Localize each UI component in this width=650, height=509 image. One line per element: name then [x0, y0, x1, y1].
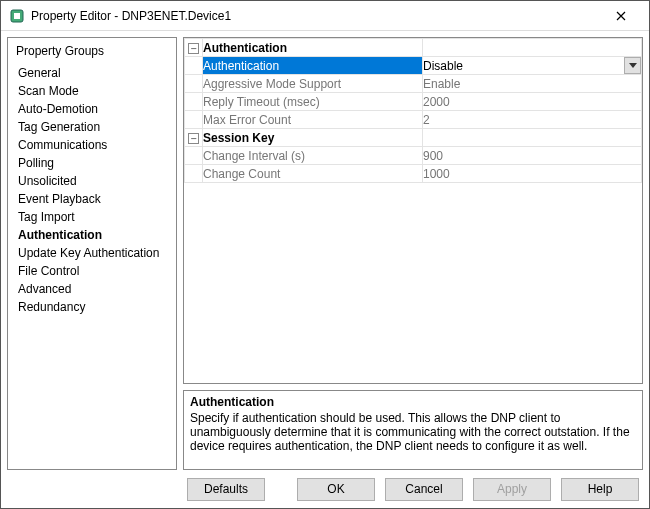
help-button[interactable]: Help — [561, 478, 639, 501]
dropdown-button[interactable] — [624, 57, 641, 74]
window-title: Property Editor - DNP3ENET.Device1 — [31, 9, 231, 23]
sidebar-heading: Property Groups — [16, 44, 168, 58]
property-name[interactable]: Reply Timeout (msec) — [203, 93, 423, 111]
app-icon — [9, 8, 25, 24]
apply-button[interactable]: Apply — [473, 478, 551, 501]
titlebar: Property Editor - DNP3ENET.Device1 — [1, 1, 649, 31]
sidebar-item-communications[interactable]: Communications — [16, 136, 168, 154]
sidebar-item-tag-generation[interactable]: Tag Generation — [16, 118, 168, 136]
close-button[interactable] — [601, 2, 641, 30]
property-name[interactable]: Authentication — [203, 57, 423, 75]
collapse-icon[interactable]: − — [185, 39, 203, 57]
sidebar-item-tag-import[interactable]: Tag Import — [16, 208, 168, 226]
cancel-button[interactable]: Cancel — [385, 478, 463, 501]
property-name[interactable]: Change Count — [203, 165, 423, 183]
property-name[interactable]: Change Interval (s) — [203, 147, 423, 165]
property-value[interactable]: Disable — [423, 57, 642, 75]
sidebar-item-polling[interactable]: Polling — [16, 154, 168, 172]
property-value[interactable]: 900 — [423, 147, 642, 165]
property-value[interactable]: Enable — [423, 75, 642, 93]
group-header: Session Key — [203, 129, 423, 147]
group-header: Authentication — [203, 39, 423, 57]
ok-button[interactable]: OK — [297, 478, 375, 501]
sidebar-item-update-key-authentication[interactable]: Update Key Authentication — [16, 244, 168, 262]
property-value[interactable]: 2000 — [423, 93, 642, 111]
group-header-value — [423, 129, 642, 147]
sidebar-item-authentication[interactable]: Authentication — [16, 226, 168, 244]
collapse-icon[interactable]: − — [185, 129, 203, 147]
sidebar-item-general[interactable]: General — [16, 64, 168, 82]
description-body: Specify if authentication should be used… — [190, 411, 636, 453]
sidebar-item-scan-mode[interactable]: Scan Mode — [16, 82, 168, 100]
property-name[interactable]: Aggressive Mode Support — [203, 75, 423, 93]
button-bar: Defaults OK Cancel Apply Help — [1, 470, 649, 508]
property-name[interactable]: Max Error Count — [203, 111, 423, 129]
svg-rect-1 — [14, 13, 20, 19]
sidebar-item-advanced[interactable]: Advanced — [16, 280, 168, 298]
description-panel: Authentication Specify if authentication… — [183, 390, 643, 470]
sidebar-item-redundancy[interactable]: Redundancy — [16, 298, 168, 316]
description-title: Authentication — [190, 395, 636, 409]
sidebar: Property Groups GeneralScan ModeAuto-Dem… — [7, 37, 177, 470]
sidebar-item-file-control[interactable]: File Control — [16, 262, 168, 280]
property-grid: −AuthenticationAuthenticationDisableAggr… — [183, 37, 643, 384]
defaults-button[interactable]: Defaults — [187, 478, 265, 501]
group-header-value — [423, 39, 642, 57]
sidebar-item-event-playback[interactable]: Event Playback — [16, 190, 168, 208]
property-value[interactable]: 2 — [423, 111, 642, 129]
sidebar-item-unsolicited[interactable]: Unsolicited — [16, 172, 168, 190]
sidebar-item-auto-demotion[interactable]: Auto-Demotion — [16, 100, 168, 118]
property-value[interactable]: 1000 — [423, 165, 642, 183]
